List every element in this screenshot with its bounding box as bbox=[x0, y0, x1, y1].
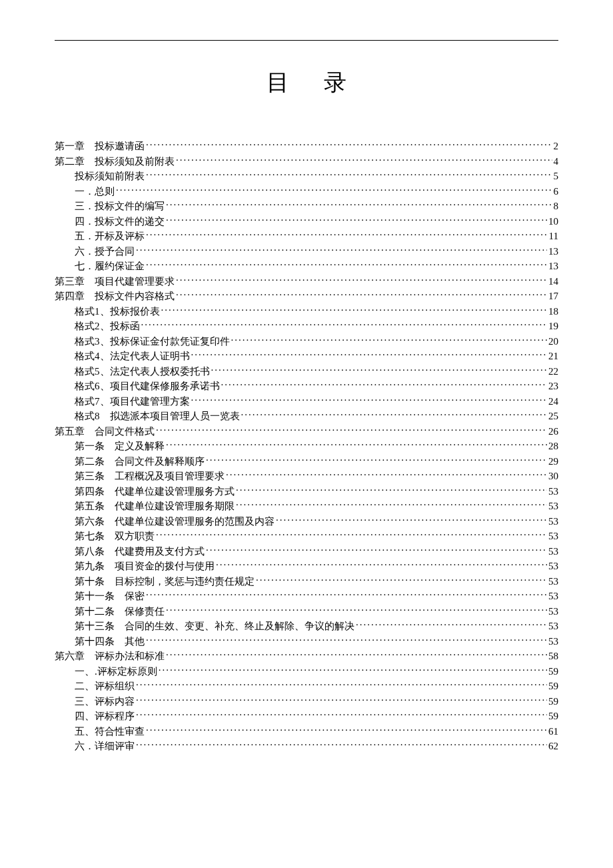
toc-entry-label: 五、符合性审查 bbox=[75, 725, 145, 739]
toc-entry-page: 53 bbox=[548, 619, 558, 633]
toc-leader-dots bbox=[136, 695, 547, 705]
toc-entry: 格式1、投标报价表18 bbox=[55, 305, 558, 319]
toc-entry-page: 28 bbox=[548, 439, 558, 453]
toc-entry-label: 第一条 定义及解释 bbox=[75, 439, 165, 453]
toc-entry: 第九条 项目资金的拨付与使用53 bbox=[55, 559, 558, 573]
toc-entry-label: 格式5、法定代表人授权委托书 bbox=[75, 365, 210, 379]
toc-entry-page: 62 bbox=[548, 739, 558, 753]
toc-leader-dots bbox=[166, 605, 547, 615]
toc-leader-dots bbox=[146, 169, 552, 179]
toc-entry-page: 53 bbox=[548, 589, 558, 603]
toc-leader-dots bbox=[206, 545, 547, 555]
toc-leader-dots bbox=[206, 455, 547, 465]
toc-entry-page: 61 bbox=[548, 725, 558, 739]
toc-leader-dots bbox=[156, 529, 547, 539]
toc-entry: 四、评标程序59 bbox=[55, 709, 558, 723]
toc-leader-dots bbox=[191, 395, 548, 405]
toc-entry-label: 第十四条 其他 bbox=[75, 635, 145, 649]
toc-entry-page: 19 bbox=[548, 319, 558, 333]
toc-entry-label: 格式1、投标报价表 bbox=[75, 305, 160, 319]
toc-entry: 六．授予合同13 bbox=[55, 245, 558, 259]
toc-leader-dots bbox=[159, 665, 547, 675]
toc-leader-dots bbox=[236, 485, 547, 495]
table-of-contents: 第一章 投标邀请函2第二章 投标须知及前附表4投标须知前附表5一．总则6三．投标… bbox=[55, 139, 558, 753]
toc-leader-dots bbox=[136, 679, 547, 689]
toc-entry-page: 21 bbox=[548, 349, 558, 363]
toc-entry-page: 5 bbox=[554, 169, 559, 183]
toc-leader-dots bbox=[276, 515, 547, 525]
toc-entry-label: 第十一条 保密 bbox=[75, 589, 145, 603]
toc-leader-dots bbox=[166, 199, 552, 209]
toc-entry-page: 53 bbox=[548, 605, 558, 619]
toc-entry: 七．履约保证金13 bbox=[55, 259, 558, 273]
toc-entry-page: 13 bbox=[548, 259, 558, 273]
toc-entry: 三、评标内容59 bbox=[55, 695, 558, 709]
toc-entry: 格式2、投标函19 bbox=[55, 319, 558, 333]
toc-leader-dots bbox=[146, 589, 547, 599]
toc-entry-page: 53 bbox=[548, 529, 558, 543]
toc-leader-dots bbox=[136, 709, 547, 719]
toc-entry: 第二条 合同文件及解释顺序29 bbox=[55, 455, 558, 469]
toc-entry-page: 4 bbox=[554, 155, 559, 169]
toc-entry-page: 53 bbox=[548, 545, 558, 559]
toc-entry-page: 53 bbox=[548, 559, 558, 573]
toc-leader-dots bbox=[191, 349, 548, 359]
toc-entry: 第十条 目标控制，奖惩与违约责任规定53 bbox=[55, 575, 558, 589]
toc-leader-dots bbox=[216, 559, 547, 569]
toc-leader-dots bbox=[356, 619, 547, 629]
toc-entry: 五．开标及评标11 bbox=[55, 229, 558, 243]
toc-entry: 一．总则6 bbox=[55, 185, 558, 199]
toc-entry: 第十三条 合同的生效、变更、补充、终止及解除、争议的解决53 bbox=[55, 619, 558, 633]
toc-entry-label: 第六条 代建单位建设管理服务的范围及内容 bbox=[75, 515, 275, 529]
toc-entry-label: 格式7、项目代建管理方案 bbox=[75, 395, 190, 409]
toc-entry: 格式7、项目代建管理方案24 bbox=[55, 395, 558, 409]
toc-entry-label: 一．总则 bbox=[75, 185, 115, 199]
toc-entry-page: 13 bbox=[548, 245, 558, 259]
toc-leader-dots bbox=[211, 365, 548, 375]
toc-entry-label: 格式4、法定代表人证明书 bbox=[75, 349, 190, 363]
toc-entry-label: 第五章 合同文件格式 bbox=[55, 425, 155, 439]
toc-entry-page: 6 bbox=[554, 185, 559, 199]
toc-entry-label: 第五条 代建单位建设管理服务期限 bbox=[75, 499, 235, 513]
toc-entry-page: 17 bbox=[548, 289, 558, 303]
toc-entry: 第十一条 保密53 bbox=[55, 589, 558, 603]
toc-entry-label: 四、评标程序 bbox=[75, 709, 135, 723]
toc-leader-dots bbox=[116, 185, 552, 195]
toc-entry-label: 第二条 合同文件及解释顺序 bbox=[75, 455, 205, 469]
toc-entry-page: 59 bbox=[548, 665, 558, 679]
toc-entry-page: 30 bbox=[548, 469, 558, 483]
toc-leader-dots bbox=[231, 335, 548, 345]
toc-entry: 第六章 评标办法和标准58 bbox=[55, 649, 558, 663]
toc-entry-page: 14 bbox=[548, 275, 558, 289]
toc-entry-page: 59 bbox=[548, 709, 558, 723]
toc-entry: 二、评标组织59 bbox=[55, 679, 558, 693]
toc-entry-label: 格式2、投标函 bbox=[75, 319, 140, 333]
toc-leader-dots bbox=[146, 139, 552, 149]
toc-entry-label: 第八条 代建费用及支付方式 bbox=[75, 545, 205, 559]
toc-entry: 第八条 代建费用及支付方式53 bbox=[55, 545, 558, 559]
toc-entry-page: 10 bbox=[548, 215, 558, 229]
toc-entry-page: 24 bbox=[548, 395, 558, 409]
toc-leader-dots bbox=[146, 635, 547, 645]
toc-leader-dots bbox=[146, 229, 548, 239]
toc-entry-label: 七．履约保证金 bbox=[75, 259, 145, 273]
toc-entry: 格式4、法定代表人证明书21 bbox=[55, 349, 558, 363]
header-rule bbox=[55, 40, 558, 41]
toc-entry-label: 三、评标内容 bbox=[75, 695, 135, 709]
toc-entry: 一、.评标定标原则59 bbox=[55, 665, 558, 679]
toc-leader-dots bbox=[256, 575, 547, 585]
toc-entry-page: 53 bbox=[548, 515, 558, 529]
toc-entry-label: 第二章 投标须知及前附表 bbox=[55, 155, 175, 169]
toc-entry-page: 53 bbox=[548, 575, 558, 589]
toc-entry-label: 第一章 投标邀请函 bbox=[55, 139, 145, 153]
toc-entry-label: 格式8 拟选派本项目管理人员一览表 bbox=[75, 409, 240, 423]
toc-entry: 格式3、投标保证金付款凭证复印件20 bbox=[55, 335, 558, 349]
toc-entry-page: 23 bbox=[548, 379, 558, 393]
toc-leader-dots bbox=[176, 289, 547, 299]
toc-entry: 第二章 投标须知及前附表4 bbox=[55, 155, 558, 169]
toc-entry-label: 第三条 工程概况及项目管理要求 bbox=[75, 469, 225, 483]
toc-entry: 第三章 项目代建管理要求14 bbox=[55, 275, 558, 289]
toc-entry: 三．投标文件的编写8 bbox=[55, 199, 558, 213]
toc-entry-label: 六．授予合同 bbox=[75, 245, 135, 259]
toc-entry-label: 二、评标组织 bbox=[75, 679, 135, 693]
